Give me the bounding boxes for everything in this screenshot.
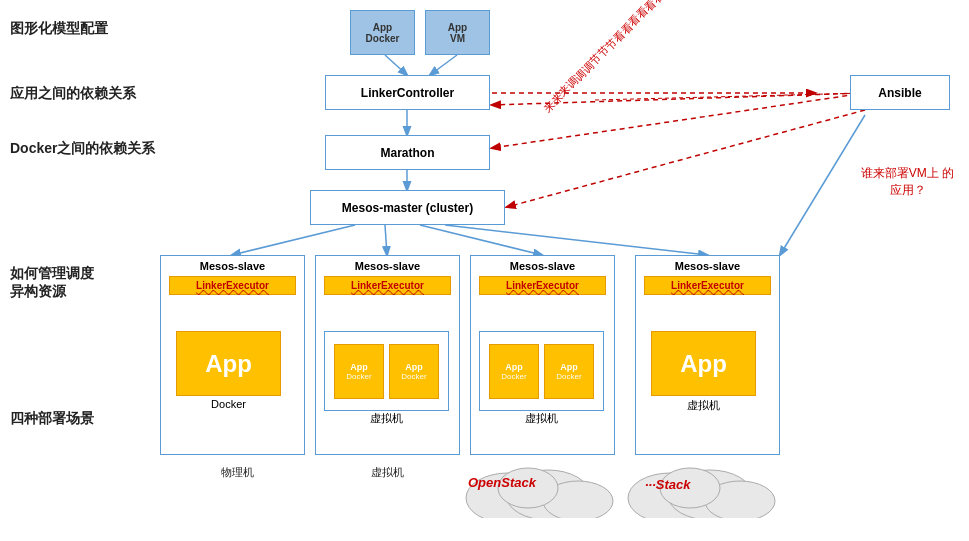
slave1-executor: LinkerExecutor	[169, 276, 296, 295]
slave1-app-label: App	[205, 350, 252, 378]
diagonal-annotation: 来来来调调调节节节看看看看看看吗？	[540, 0, 683, 116]
slave4-app-label: App	[680, 350, 727, 378]
svg-line-1	[430, 55, 457, 75]
slave4-deploy-label: 虚拟机	[651, 398, 756, 413]
who-deploy-text: 谁来部署VM上 的应用？	[855, 165, 960, 199]
svg-line-13	[595, 93, 865, 100]
slave3-container: Mesos-slave LinkerExecutor App Docker Ap…	[470, 255, 615, 455]
svg-line-6	[420, 225, 542, 255]
marathon-box: Marathon	[325, 135, 490, 170]
stack-label: ···Stack	[645, 477, 691, 492]
slave2-container: Mesos-slave LinkerExecutor App Docker Ap…	[315, 255, 460, 455]
main-diagram: App Docker App VM LinkerController Marat…	[155, 0, 965, 541]
label-resource-management: 如何管理调度 异构资源	[10, 265, 140, 301]
slave2-app1: App Docker	[334, 344, 384, 399]
slave2-ground-label: 虚拟机	[320, 465, 455, 480]
label-graphic-config: 图形化模型配置	[10, 20, 108, 38]
slave3-vm-label: 虚拟机	[479, 411, 604, 426]
ansible-box: Ansible	[850, 75, 950, 110]
slave1-label: Mesos-slave	[161, 256, 304, 274]
slave4-executor: LinkerExecutor	[644, 276, 771, 295]
linker-controller-label: LinkerController	[361, 86, 454, 100]
app-docker-box: App Docker	[350, 10, 415, 55]
mesos-master-label: Mesos-master (cluster)	[342, 201, 473, 215]
slave4-app-box: App	[651, 331, 756, 396]
slave2-app2: App Docker	[389, 344, 439, 399]
svg-line-12	[780, 115, 865, 255]
openstack-label: OpenStack	[468, 475, 536, 490]
slave3-label: Mesos-slave	[471, 256, 614, 274]
slave4-label: Mesos-slave	[636, 256, 779, 274]
slave2-executor: LinkerExecutor	[324, 276, 451, 295]
svg-line-10	[507, 110, 865, 207]
slave3-app2: App Docker	[544, 344, 594, 399]
ansible-label: Ansible	[878, 86, 921, 100]
slave2-vm-label: 虚拟机	[324, 411, 449, 426]
label-deploy-scenarios: 四种部署场景	[10, 410, 94, 428]
linker-controller-box: LinkerController	[325, 75, 490, 110]
svg-line-0	[385, 55, 407, 75]
slave1-container: Mesos-slave LinkerExecutor App Docker	[160, 255, 305, 455]
mesos-master-box: Mesos-master (cluster)	[310, 190, 505, 225]
svg-line-5	[385, 225, 387, 255]
label-docker-dependency: Docker之间的依赖关系	[10, 140, 155, 158]
slave2-label: Mesos-slave	[316, 256, 459, 274]
slave3-vm-box: App Docker App Docker	[479, 331, 604, 411]
svg-line-4	[232, 225, 355, 255]
slave1-app-box: App	[176, 331, 281, 396]
svg-line-7	[445, 225, 707, 255]
openstack-cloud: OpenStack	[463, 463, 618, 518]
slave1-deploy-label: Docker	[176, 398, 281, 410]
slave1-ground-label: 物理机	[170, 465, 305, 480]
stack-cloud: ···Stack	[625, 463, 780, 518]
app-vm-label: App VM	[448, 22, 467, 44]
label-app-dependency: 应用之间的依赖关系	[10, 85, 136, 103]
slave3-executor: LinkerExecutor	[479, 276, 606, 295]
slave4-container: Mesos-slave LinkerExecutor App 虚拟机	[635, 255, 780, 455]
marathon-label: Marathon	[381, 146, 435, 160]
slave2-vm-box: App Docker App Docker	[324, 331, 449, 411]
app-docker-label: App Docker	[366, 22, 400, 44]
slave3-app1: App Docker	[489, 344, 539, 399]
app-vm-box: App VM	[425, 10, 490, 55]
